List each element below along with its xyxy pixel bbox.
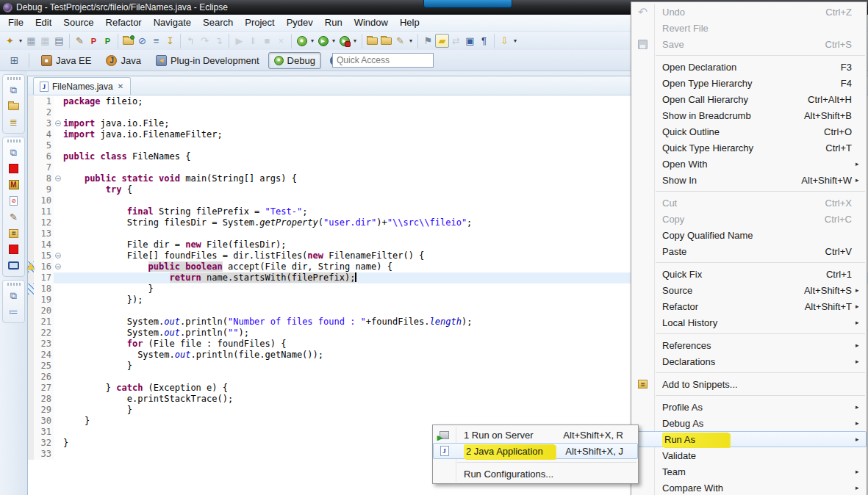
- dropdown-caret-icon[interactable]: ▾: [351, 37, 359, 44]
- annotation-ruler[interactable]: [28, 162, 34, 173]
- pen-icon[interactable]: ✎: [6, 209, 22, 225]
- annotation-ruler[interactable]: [28, 96, 34, 107]
- context-menu-item-refactor[interactable]: RefactorAlt+Shift+T▸: [631, 298, 867, 314]
- perspective-debug[interactable]: ✹Debug: [268, 52, 321, 69]
- fold-column[interactable]: [54, 250, 63, 261]
- fold-column[interactable]: [54, 261, 63, 272]
- annotation-ruler[interactable]: [28, 427, 34, 438]
- annotation-ruler[interactable]: [28, 184, 34, 195]
- drag-handle[interactable]: [7, 140, 21, 142]
- restore-icon[interactable]: ⧉: [6, 145, 22, 160]
- debug-icon[interactable]: ✹: [295, 34, 309, 48]
- annotation-ruler[interactable]: [28, 283, 34, 295]
- context-menu-item-paste[interactable]: PasteCtrl+V: [631, 243, 867, 259]
- attach-pen-icon[interactable]: ✎: [73, 34, 87, 48]
- annotation-ruler[interactable]: [28, 129, 34, 140]
- dropdown-caret-icon[interactable]: ▾: [407, 37, 415, 44]
- pydev-red-p-icon[interactable]: P: [87, 34, 101, 48]
- open-task-icon[interactable]: [379, 34, 393, 48]
- context-menu-item-open-with[interactable]: Open With▸: [631, 156, 867, 172]
- context-menu-item-quick-outline[interactable]: Quick OutlineCtrl+O: [631, 123, 867, 140]
- context-menu-item-validate[interactable]: Validate: [631, 447, 867, 463]
- editor-tab-filenames[interactable]: J FileNames.java ✕: [33, 77, 131, 95]
- menubar-item-edit[interactable]: Edit: [29, 15, 57, 31]
- perspective-plug-in-development[interactable]: ◄Plug-in Development: [150, 52, 265, 69]
- context-menu-item-copy-qualified-name[interactable]: Copy Qualified Name: [631, 227, 867, 243]
- context-menu-item-open-type-hierarchy[interactable]: Open Type HierarchyF4: [631, 75, 867, 91]
- annotation-ruler[interactable]: [28, 416, 34, 427]
- next-annotation-icon[interactable]: ⚑: [421, 34, 435, 48]
- menubar-item-file[interactable]: File: [2, 15, 29, 31]
- run-submenu-item-1-run-on-server[interactable]: 1 Run on ServerAlt+Shift+X, R: [433, 427, 638, 443]
- menubar-item-source[interactable]: Source: [57, 15, 99, 31]
- packages-icon[interactable]: [6, 98, 22, 114]
- context-menu-item-quick-fix[interactable]: Quick FixCtrl+1: [631, 266, 867, 282]
- annotation-ruler[interactable]: [28, 405, 34, 416]
- console-icon[interactable]: [6, 258, 22, 273]
- annotation-ruler[interactable]: [28, 140, 34, 151]
- annotation-ruler[interactable]: [28, 317, 34, 328]
- annotation-ruler[interactable]: [28, 151, 34, 162]
- annotation-ruler[interactable]: [28, 361, 34, 372]
- context-menu-item-team[interactable]: Team▸: [631, 463, 867, 480]
- menubar-item-help[interactable]: Help: [394, 15, 426, 31]
- annotation-ruler[interactable]: [28, 394, 34, 405]
- quick-access-input[interactable]: [332, 53, 434, 68]
- dropdown-caret-icon[interactable]: ▾: [309, 37, 316, 44]
- context-menu-item-show-in[interactable]: Show InAlt+Shift+W▸: [631, 172, 867, 188]
- restore-icon[interactable]: ⧉: [6, 288, 22, 303]
- annotation-ruler[interactable]: [28, 206, 34, 217]
- annotation-ruler[interactable]: [28, 372, 34, 383]
- annotation-ruler[interactable]: [28, 228, 34, 239]
- context-menu-item-debug-as[interactable]: Debug As▸: [631, 415, 867, 431]
- annotation-ruler[interactable]: [28, 195, 34, 206]
- show-whitespace-icon[interactable]: ¶: [477, 34, 491, 48]
- annotation-ruler[interactable]: [28, 350, 34, 361]
- breakpoint-red-icon[interactable]: [6, 161, 22, 176]
- drag-handle[interactable]: [7, 77, 21, 80]
- dropdown-caret-icon[interactable]: ▾: [330, 37, 337, 44]
- save-all-icon[interactable]: ▦: [38, 34, 52, 48]
- open-type-folder-orb-icon[interactable]: [121, 34, 135, 48]
- memory-mb-icon[interactable]: M: [6, 177, 22, 192]
- dropdown-caret-icon[interactable]: ▾: [512, 37, 519, 44]
- skip-all-breakpoints-icon[interactable]: ⊘: [135, 34, 149, 48]
- perspective-java[interactable]: JJava: [100, 52, 146, 69]
- annotation-ruler[interactable]: [28, 438, 34, 449]
- context-menu-item-add-to-snippets[interactable]: ≣Add to Snippets...: [631, 376, 867, 392]
- menubar-item-project[interactable]: Project: [239, 15, 280, 31]
- run-icon[interactable]: ▶: [316, 34, 330, 48]
- annotation-ruler[interactable]: [28, 328, 34, 339]
- run-submenu-item-2-java-application[interactable]: J2 Java ApplicationAlt+Shift+X, J: [433, 443, 638, 459]
- context-menu-item-profile-as[interactable]: Profile As▸: [631, 399, 867, 415]
- menubar-item-refactor[interactable]: Refactor: [100, 15, 148, 31]
- annotation-ruler[interactable]: [28, 272, 34, 283]
- run-external-icon[interactable]: ▶: [337, 34, 351, 48]
- annotation-ruler[interactable]: [28, 239, 34, 250]
- context-menu-item-show-in-breadcrumb[interactable]: Show in BreadcrumbAlt+Shift+B: [631, 107, 867, 123]
- menubar-item-navigate[interactable]: Navigate: [148, 15, 197, 31]
- drop-to-frame-icon[interactable]: ↧: [163, 34, 177, 48]
- annotation-ruler[interactable]: [28, 339, 34, 350]
- annotation-ruler[interactable]: [28, 295, 34, 306]
- type-hierarchy-icon[interactable]: ≣: [6, 115, 22, 130]
- annotation-ruler[interactable]: [28, 306, 34, 317]
- menubar-item-run[interactable]: Run: [319, 15, 348, 31]
- occurrence-pen-icon[interactable]: ✎: [393, 34, 407, 48]
- annotation-ruler[interactable]: [28, 383, 34, 394]
- fold-column[interactable]: [54, 118, 63, 129]
- print-icon[interactable]: ▤: [52, 34, 66, 48]
- pydev-green-p-icon[interactable]: P: [101, 34, 115, 48]
- menubar-item-window[interactable]: Window: [348, 15, 394, 31]
- annotation-ruler[interactable]: [28, 250, 34, 261]
- annotation-ruler[interactable]: [28, 118, 34, 129]
- context-menu-item-local-history[interactable]: Local History▸: [631, 314, 867, 330]
- context-menu-item-references[interactable]: References▸: [631, 337, 867, 353]
- context-menu-item-open-declaration[interactable]: Open DeclarationF3: [631, 59, 867, 75]
- open-type-icon[interactable]: [365, 34, 379, 48]
- tasks-icon[interactable]: ⊘: [6, 193, 22, 209]
- dropdown-caret-icon[interactable]: ▾: [17, 37, 24, 44]
- mark-occurrences-icon[interactable]: ▰: [435, 34, 449, 48]
- fold-column[interactable]: [54, 173, 63, 184]
- import-trace-icon[interactable]: ⇩: [498, 34, 512, 48]
